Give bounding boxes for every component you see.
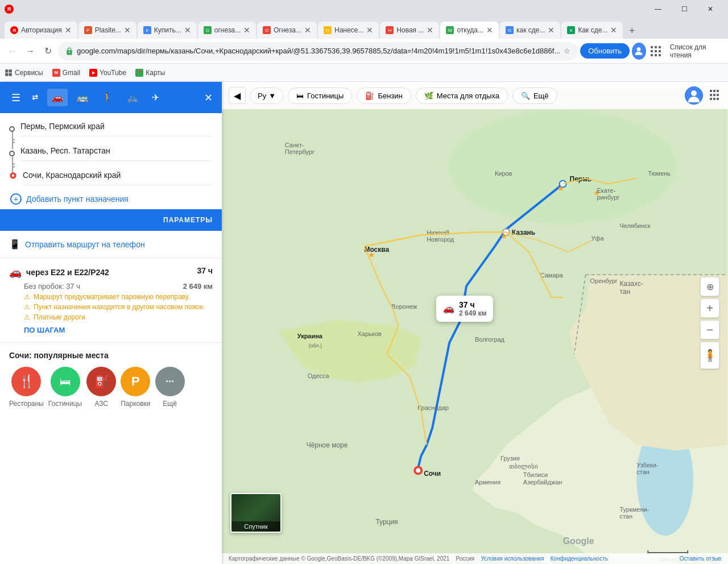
popular-restaurants[interactable]: 🍴 Рестораны [9, 367, 44, 408]
transport-plane-button[interactable]: ✈ [147, 89, 164, 106]
tab6-close[interactable]: ✕ [366, 26, 373, 35]
tab-ogneza2[interactable]: О Огнеза... ✕ [257, 22, 317, 39]
add-destination-button[interactable]: + Добавить пункт назначения [0, 189, 222, 209]
send-route-button[interactable]: 📱 Отправить маршрут на телефон [0, 231, 222, 258]
parking-icon: P [121, 367, 150, 396]
tab3-close[interactable]: ✕ [184, 26, 191, 35]
transport-walk-button[interactable]: 🚶 [97, 89, 118, 106]
tab1-favicon: Я [10, 26, 18, 34]
mid-marker [9, 151, 15, 156]
street-view-button[interactable]: 🧍 [700, 342, 719, 369]
tab-kaksde1[interactable]: G как сде... ✕ [500, 22, 560, 39]
sidebar-menu-button[interactable]: ☰ [9, 89, 23, 106]
search-filter-icon: 🔍 [521, 92, 530, 100]
map-user-avatar[interactable] [685, 86, 703, 105]
bookmark-youtube[interactable]: ▶ YouTube [89, 69, 126, 77]
satellite-label: Спутник [231, 521, 280, 532]
popular-hotels[interactable]: 🛏 Гостиницы [48, 367, 82, 408]
add-dest-label: Добавить пункт назначения [26, 194, 129, 204]
main-content: ☰ ⇄ 🚗 🚌 🚶 🚲 ✈ ✕ [0, 82, 728, 564]
send-route-label: Отправить маршрут на телефон [25, 240, 145, 249]
refresh-button[interactable]: ↻ [40, 43, 56, 60]
filter-hotels-button[interactable]: 🛏 Гостиницы [288, 88, 352, 104]
svg-text:Одесса: Одесса [308, 372, 330, 379]
popular-more[interactable]: ··· Ещё [155, 367, 185, 408]
reading-list-button[interactable]: Список для чтения [665, 41, 723, 61]
transport-car-button[interactable]: 🚗 [47, 89, 68, 106]
origin-input[interactable] [20, 122, 213, 131]
tab-avtorizatsiya[interactable]: Я Авторизация ✕ [5, 22, 77, 39]
tab-plasite[interactable]: P Plasite... ✕ [78, 22, 136, 39]
layer-selector[interactable]: Ру ▼ [250, 88, 283, 104]
privacy-link[interactable]: Конфиденциальность [551, 555, 608, 562]
filter-gas-button[interactable]: ⛽ Бензин [357, 88, 411, 104]
zoom-in-button[interactable]: + [700, 298, 719, 318]
svg-text:тан: тан [619, 288, 630, 296]
tab10-label: Как сде... [578, 26, 607, 34]
tab-ogneza1[interactable]: G огнеза... ✕ [198, 22, 256, 39]
phone-icon: 📱 [9, 239, 20, 250]
tab9-close[interactable]: ✕ [548, 26, 555, 35]
svg-point-21 [416, 468, 420, 472]
filter-rest-button[interactable]: 🌿 Места для отдыха [416, 88, 508, 104]
popular-parking[interactable]: P Парковки [121, 367, 150, 408]
tab-novaya[interactable]: Н Новая ... ✕ [380, 22, 439, 39]
user-avatar[interactable] [632, 43, 646, 60]
minimize-button[interactable]: — [645, 0, 671, 18]
new-tab-button[interactable]: + [624, 23, 640, 39]
close-button[interactable]: ✕ [697, 0, 723, 18]
tab5-close[interactable]: ✕ [304, 26, 311, 35]
address-bar[interactable]: google.com/maps/dir/пермь/казань/Сочи,+К… [58, 42, 578, 60]
back-button[interactable]: ← [5, 43, 20, 60]
svg-rect-3 [5, 73, 8, 76]
tab7-close[interactable]: ✕ [427, 26, 433, 35]
forward-button[interactable]: → [22, 43, 38, 60]
tab8-label: откуда... [457, 26, 483, 34]
bookmark-gmail[interactable]: M Gmail [52, 69, 80, 77]
terms-link[interactable]: Условия использования [481, 555, 544, 562]
steps-link[interactable]: ПО ШАГАМ [9, 326, 213, 334]
leave-review-link[interactable]: Оставить отзыв [680, 555, 721, 562]
tab-kupit[interactable]: К Купить... ✕ [138, 22, 197, 39]
popular-icons: 🍴 Рестораны 🛏 Гостиницы ⛽ АЗС [9, 367, 213, 408]
transport-detour-button[interactable]: ⇄ [27, 90, 43, 105]
route-option-header: 🚗 через Е22 и Е22/Р242 37 ч [9, 266, 213, 279]
tab1-close[interactable]: ✕ [65, 26, 72, 35]
route-time: 37 ч [197, 266, 213, 275]
map-panel-toggle-button[interactable]: ◀ [229, 87, 246, 104]
tab8-close[interactable]: ✕ [486, 26, 493, 35]
mid-input[interactable] [20, 146, 213, 155]
maximize-button[interactable]: ☐ [671, 0, 697, 18]
map-area[interactable]: ◀ Ру ▼ 🛏 Гостиницы ⛽ Бензин 🌿 Места для … [222, 82, 728, 564]
tab6-favicon: Н [324, 26, 332, 34]
transport-bus-button[interactable]: 🚌 [72, 89, 93, 106]
tab9-label: как сде... [516, 26, 545, 34]
tab-nanece[interactable]: Н Нанесе... ✕ [318, 22, 379, 39]
svg-text:стан: стан [636, 468, 650, 475]
filter-gas-label: Бензин [378, 92, 402, 100]
tab10-close[interactable]: ✕ [610, 26, 617, 35]
bookmark-servisy[interactable]: Сервисы [5, 69, 43, 77]
bookmark-star-icon[interactable]: ☆ [564, 47, 570, 55]
map-toolbar: ◀ Ру ▼ 🛏 Гостиницы ⛽ Бензин 🌿 Места для … [222, 82, 728, 109]
transport-bike-button[interactable]: 🚲 [122, 89, 143, 106]
filter-more-button[interactable]: 🔍 Ещё [512, 88, 557, 104]
svg-text:Челябинск: Челябинск [619, 222, 650, 229]
map-apps-button[interactable] [708, 86, 721, 105]
satellite-toggle-button[interactable]: Спутник [230, 493, 282, 533]
update-button[interactable]: Обновить [580, 43, 630, 59]
svg-text:Москва: Москва [364, 246, 389, 254]
bookmark-maps[interactable]: 📍 Карты [135, 69, 165, 77]
tab4-close[interactable]: ✕ [243, 26, 250, 35]
svg-text:Казань: Казань [512, 229, 535, 237]
compass-button[interactable]: ⊕ [700, 277, 719, 296]
tab4-label: огнеза... [214, 26, 241, 34]
popular-gas[interactable]: ⛽ АЗС [86, 367, 116, 408]
zoom-out-button[interactable]: − [700, 320, 719, 339]
tab2-close[interactable]: ✕ [124, 26, 131, 35]
tab-otkuda[interactable]: М откуда... ✕ [440, 22, 499, 39]
dest-input[interactable] [23, 171, 213, 180]
apps-grid-button[interactable] [648, 44, 663, 59]
tab-kaksde2[interactable]: К Как сде... ✕ [561, 22, 623, 39]
sidebar-close-button[interactable]: ✕ [204, 92, 213, 104]
